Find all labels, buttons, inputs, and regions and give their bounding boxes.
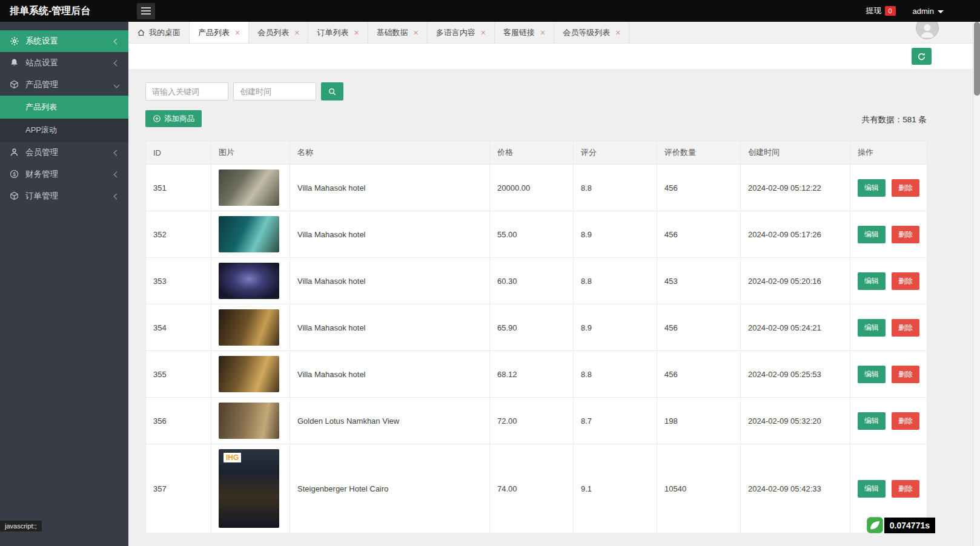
scrollbar[interactable] xyxy=(973,22,980,546)
table-header-cell: ID xyxy=(146,141,211,165)
delete-button[interactable]: 删除 xyxy=(892,179,919,197)
tab-label: 产品列表 xyxy=(198,27,230,38)
close-tab-icon[interactable]: × xyxy=(615,28,620,37)
cell-reviews: 10540 xyxy=(657,444,741,533)
refresh-button[interactable] xyxy=(912,48,932,65)
performance-leaf-icon[interactable] xyxy=(866,516,884,534)
sidebar-item-5[interactable]: 订单管理 xyxy=(0,185,128,207)
close-tab-icon[interactable]: × xyxy=(414,28,419,37)
edit-button[interactable]: 编辑 xyxy=(858,412,886,430)
user-avatar-icon xyxy=(918,21,936,39)
search-button[interactable] xyxy=(321,82,343,100)
cell-name: Villa Mahasok hotel xyxy=(290,304,490,351)
sidebar-subitem-2-0[interactable]: 产品列表 xyxy=(0,96,128,119)
topbar-right: 提现 0 admin xyxy=(866,5,980,16)
cell-name: Villa Mahasok hotel xyxy=(290,165,490,211)
search-icon xyxy=(328,87,337,96)
tab-label: 客服链接 xyxy=(503,27,535,38)
chevron-left-icon xyxy=(114,150,120,156)
sidebar-item-0[interactable]: 系统设置 xyxy=(0,30,128,52)
withdraw-badge: 0 xyxy=(885,6,896,16)
chevron-left-icon xyxy=(114,193,120,199)
app-title: 排单系统-管理后台 xyxy=(0,5,128,18)
tab-1[interactable]: 产品列表× xyxy=(190,22,249,43)
edit-button[interactable]: 编辑 xyxy=(858,366,886,383)
date-input[interactable] xyxy=(233,82,316,100)
performance-widget: 0.074771s xyxy=(866,516,935,534)
edit-button[interactable]: 编辑 xyxy=(858,272,886,290)
delete-button[interactable]: 删除 xyxy=(892,226,919,243)
cell-price: 68.12 xyxy=(490,351,574,398)
close-tab-icon[interactable]: × xyxy=(354,28,359,37)
add-product-button[interactable]: 添加商品 xyxy=(145,110,202,127)
edit-button[interactable]: 编辑 xyxy=(858,179,886,197)
product-image xyxy=(219,169,279,206)
edit-button[interactable]: 编辑 xyxy=(858,480,886,498)
cell-reviews: 456 xyxy=(657,165,741,211)
cell-name: Villa Mahasok hotel xyxy=(290,258,490,304)
action-row: 添加商品 共有数据：581 条 xyxy=(145,110,927,127)
sidebar-item-label: 系统设置 xyxy=(25,36,114,47)
tab-6[interactable]: 客服链接× xyxy=(495,22,554,43)
cell-name: Villa Mahasok hotel xyxy=(290,211,490,258)
edit-button[interactable]: 编辑 xyxy=(858,226,886,243)
hotel-logo-label: IHG xyxy=(223,453,241,462)
cell-id: 351 xyxy=(146,165,211,211)
delete-button[interactable]: 删除 xyxy=(892,272,919,290)
delete-button[interactable]: 删除 xyxy=(892,480,919,498)
sidebar-subitem-2-1[interactable]: APP滚动 xyxy=(0,119,128,142)
close-tab-icon[interactable]: × xyxy=(294,28,299,37)
cell-name: Golden Lotus Namkhan View xyxy=(290,398,490,444)
cell-price: 65.90 xyxy=(490,304,574,351)
tab-7[interactable]: 会员等级列表× xyxy=(554,22,629,43)
delete-button[interactable]: 删除 xyxy=(892,412,919,430)
dollar-icon: $ xyxy=(10,169,20,180)
cell-price: 74.00 xyxy=(490,444,574,533)
delete-button[interactable]: 删除 xyxy=(892,366,919,383)
cell-name: Villa Mahasok hotel xyxy=(290,351,490,398)
product-image xyxy=(219,356,279,392)
tab-label: 会员列表 xyxy=(257,27,289,38)
tab-0[interactable]: 我的桌面 xyxy=(128,22,190,43)
sidebar-item-4[interactable]: $财务管理 xyxy=(0,163,128,185)
tab-label: 订单列表 xyxy=(317,27,348,38)
edit-button[interactable]: 编辑 xyxy=(858,319,886,337)
cell-created: 2024-02-09 05:12:22 xyxy=(741,165,850,211)
tab-2[interactable]: 会员列表× xyxy=(249,22,308,43)
tab-4[interactable]: 基础数据× xyxy=(368,22,428,43)
sidebar-item-2[interactable]: 产品管理 xyxy=(0,74,128,96)
close-tab-icon[interactable]: × xyxy=(540,28,545,37)
table-row: 354Villa Mahasok hotel65.908.94562024-02… xyxy=(146,304,927,351)
cell-reviews: 453 xyxy=(657,258,741,304)
table-header-cell: 创建时间 xyxy=(741,141,850,165)
sidebar-item-1[interactable]: 站点设置 xyxy=(0,52,128,74)
withdraw-label: 提现 xyxy=(866,5,882,16)
cell-id: 355 xyxy=(146,351,211,398)
table-header-cell: 价格 xyxy=(490,141,574,165)
tab-5[interactable]: 多语言内容× xyxy=(428,22,495,43)
cell-created: 2024-02-09 05:42:33 xyxy=(741,444,850,533)
sidebar-toggle-button[interactable] xyxy=(137,3,155,19)
add-product-label: 添加商品 xyxy=(164,114,194,124)
cell-reviews: 198 xyxy=(657,398,741,444)
sidebar-item-3[interactable]: 会员管理 xyxy=(0,142,128,163)
sidebar: 系统设置站点设置产品管理产品列表APP滚动会员管理$财务管理订单管理 xyxy=(0,22,128,546)
tab-label: 会员等级列表 xyxy=(563,27,610,38)
tab-label: 我的桌面 xyxy=(149,27,180,38)
close-tab-icon[interactable]: × xyxy=(235,28,240,37)
user-menu[interactable]: admin xyxy=(913,7,944,16)
chevron-left-icon xyxy=(114,60,120,66)
sidebar-item-label: 站点设置 xyxy=(25,58,114,68)
tab-3[interactable]: 订单列表× xyxy=(308,22,368,43)
tab-bar: 我的桌面产品列表×会员列表×订单列表×基础数据×多语言内容×客服链接×会员等级列… xyxy=(128,22,980,44)
cell-image xyxy=(211,304,290,351)
close-tab-icon[interactable]: × xyxy=(481,28,486,37)
plus-circle-icon xyxy=(153,114,161,123)
cell-operations: 编辑删除 xyxy=(850,398,927,444)
keyword-input[interactable] xyxy=(145,82,228,100)
search-row xyxy=(145,82,927,100)
scrollbar-thumb[interactable] xyxy=(974,22,980,96)
sidebar-item-label: 财务管理 xyxy=(25,169,114,180)
withdraw-menu[interactable]: 提现 0 xyxy=(866,5,896,16)
delete-button[interactable]: 删除 xyxy=(892,319,919,337)
